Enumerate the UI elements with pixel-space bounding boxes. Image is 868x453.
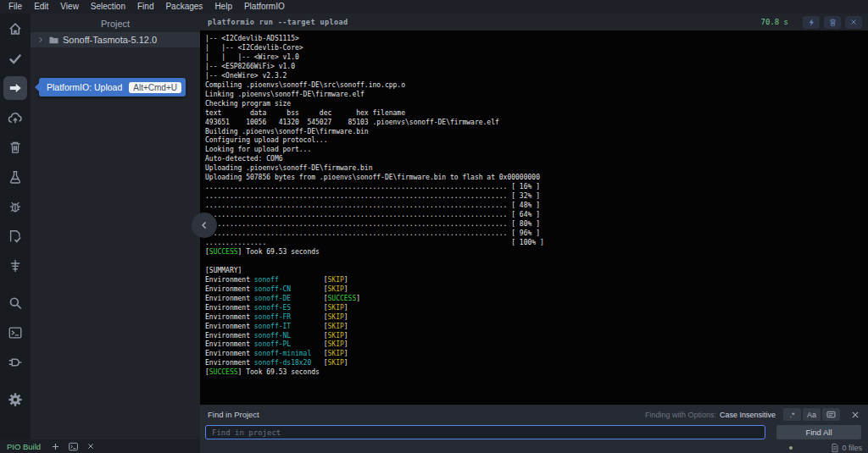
upload-tooltip: PlatformIO: Upload Alt+Cmd+U	[39, 78, 186, 97]
collapse-panel-button[interactable]	[192, 213, 217, 238]
activity-item-home[interactable]	[3, 17, 27, 41]
menu-find[interactable]: Find	[131, 0, 159, 14]
menu-edit[interactable]: Edit	[28, 0, 54, 14]
terminal-line: | |-- <I2Cdevlib-Core>	[205, 44, 868, 53]
find-results-row: 0 files	[200, 439, 868, 453]
gear-icon	[8, 392, 23, 407]
clear-terminal-button[interactable]	[824, 16, 841, 29]
terminal-line: Environment sonoff-NL [SKIP]	[205, 332, 868, 341]
terminal-line: [SUMMARY]	[205, 267, 868, 276]
trash-icon	[828, 18, 837, 27]
activity-item-upload[interactable]	[3, 76, 27, 100]
terminal-line: Auto-detected: COM6	[205, 155, 868, 164]
close-terminal-button[interactable]	[845, 16, 862, 29]
activity-bar	[0, 14, 31, 439]
terminal-line: [SUCCESS] Took 69.53 seconds	[205, 248, 868, 257]
menu-file[interactable]: File	[3, 0, 28, 14]
terminal-output[interactable]: |-- <I2Cdevlib-ADS1115>| |-- <I2Cdevlib-…	[200, 30, 868, 405]
find-input[interactable]	[205, 425, 765, 439]
activity-item-test[interactable]	[3, 165, 27, 189]
find-options-value: Case Insensitive	[720, 411, 776, 419]
new-terminal-button[interactable]	[51, 442, 60, 451]
find-panel-header: Find in Project Finding with Options: Ca…	[200, 405, 868, 424]
activity-item-settings[interactable]	[3, 388, 27, 412]
terminal-line: Environment sonoff-DE [SUCCESS]	[205, 295, 868, 304]
activity-item-search[interactable]	[3, 291, 27, 315]
terminal-line: Uploading .pioenvs\sonoff-DE\firmware.bi…	[205, 164, 868, 174]
terminal-line: Environment sonoff-IT [SKIP]	[205, 323, 868, 332]
terminal-line: [SUCCESS] Took 69.53 seconds	[205, 368, 868, 378]
close-find-panel-button[interactable]	[850, 410, 860, 420]
menu-platformio[interactable]: PlatformIO	[238, 0, 291, 14]
beaker-icon	[8, 169, 23, 185]
folder-icon	[48, 35, 59, 46]
case-sensitivity-toggle-button[interactable]: Aa	[803, 408, 821, 421]
sliders-icon	[8, 258, 23, 273]
menu-bar: FileEditViewSelectionFindPackagesHelpPla…	[0, 0, 868, 14]
terminal-line: ........................................…	[205, 211, 868, 220]
close-terminals-button[interactable]	[86, 442, 95, 450]
terminal-line: Compiling .pioenvs\sonoff-DE\src\sonoff.…	[205, 81, 868, 91]
terminal-line: text data bss dec hex filename	[205, 109, 868, 119]
terminal-icon	[8, 325, 23, 340]
find-panel-title: Find in Project	[208, 410, 645, 419]
terminal-line: Checking program size	[205, 100, 868, 109]
terminal-line: Uploading 507856 bytes from .pioenvs\son…	[205, 174, 868, 183]
terminal-line: |-- <I2Cdevlib-ADS1115>	[205, 35, 868, 44]
rerun-command-button[interactable]	[803, 16, 820, 29]
terminal-line: Environment sonoff-FR [SKIP]	[205, 313, 868, 323]
menu-selection[interactable]: Selection	[85, 0, 131, 14]
activity-item-terminal[interactable]	[3, 321, 27, 345]
chevron-right-icon	[36, 36, 45, 44]
find-all-button[interactable]: Find All	[776, 425, 861, 439]
plug-icon	[8, 355, 23, 370]
file-check-icon	[8, 229, 23, 244]
regex-toggle-button[interactable]: .*	[783, 408, 801, 421]
sidebar-title: Project	[31, 14, 200, 32]
terminal-line: Looking for upload port...	[205, 146, 868, 155]
tooltip-label: PlatformIO: Upload	[47, 82, 122, 92]
result-count: 0 files	[842, 444, 862, 452]
terminal-command: platformio run --target upload	[208, 18, 760, 26]
menu-help[interactable]: Help	[209, 0, 238, 14]
activity-item-serial-monitor[interactable]	[3, 351, 27, 374]
terminal-line: Environment sonoff-minimal [SKIP]	[205, 350, 868, 359]
check-icon	[8, 51, 23, 66]
tooltip-shortcut: Alt+Cmd+U	[129, 82, 181, 93]
terminal-line: Building .pioenvs\sonoff-DE\firmware.bin	[205, 128, 868, 137]
menu-view[interactable]: View	[54, 0, 85, 14]
file-icon	[830, 443, 840, 453]
pio-build-label[interactable]: PIO Build	[7, 442, 41, 451]
close-icon	[86, 442, 95, 450]
terminal-line	[205, 257, 868, 267]
terminal-line: |-- <ESP8266WiFi> v1.0	[205, 63, 868, 72]
only-in-selection-toggle-button[interactable]	[822, 408, 840, 421]
tree-item-label: Sonoff-Tasmota-5.12.0	[63, 35, 157, 45]
terminal-line: Environment sonoff-CN [SKIP]	[205, 285, 868, 295]
activity-item-clean[interactable]	[3, 135, 27, 159]
tree-item-project-folder[interactable]: Sonoff-Tasmota-5.12.0	[31, 32, 200, 47]
terminal-line: ........................................…	[205, 229, 868, 239]
lightning-icon	[807, 18, 816, 27]
tooltip-arrow	[35, 83, 39, 91]
terminal-line: 493651 10056 41320 545027 85103 .pioenvs…	[205, 119, 868, 128]
status-dot	[789, 446, 793, 450]
bug-icon	[8, 199, 23, 214]
terminal-elapsed-time: 70.8 s	[760, 18, 788, 26]
cloud-upload-icon	[8, 110, 23, 125]
close-icon	[850, 410, 860, 420]
toggle-terminal-button[interactable]	[68, 441, 79, 452]
menu-packages[interactable]: Packages	[159, 0, 209, 14]
activity-item-remote[interactable]	[3, 106, 27, 130]
terminal-line: ............... [ 100% ]	[205, 239, 868, 248]
terminal-line: |-- <OneWire> v2.3.2	[205, 72, 868, 81]
terminal-line: ........................................…	[205, 183, 868, 192]
terminal-line: ........................................…	[205, 202, 868, 211]
find-in-project-panel: Find in Project Finding with Options: Ca…	[200, 405, 868, 453]
status-bar: PIO Build	[0, 439, 200, 453]
activity-item-build[interactable]	[3, 47, 27, 70]
activity-item-remote-devices[interactable]	[3, 254, 27, 278]
terminal-icon	[68, 441, 79, 452]
activity-item-debug[interactable]	[3, 195, 27, 218]
activity-item-check[interactable]	[3, 224, 27, 248]
